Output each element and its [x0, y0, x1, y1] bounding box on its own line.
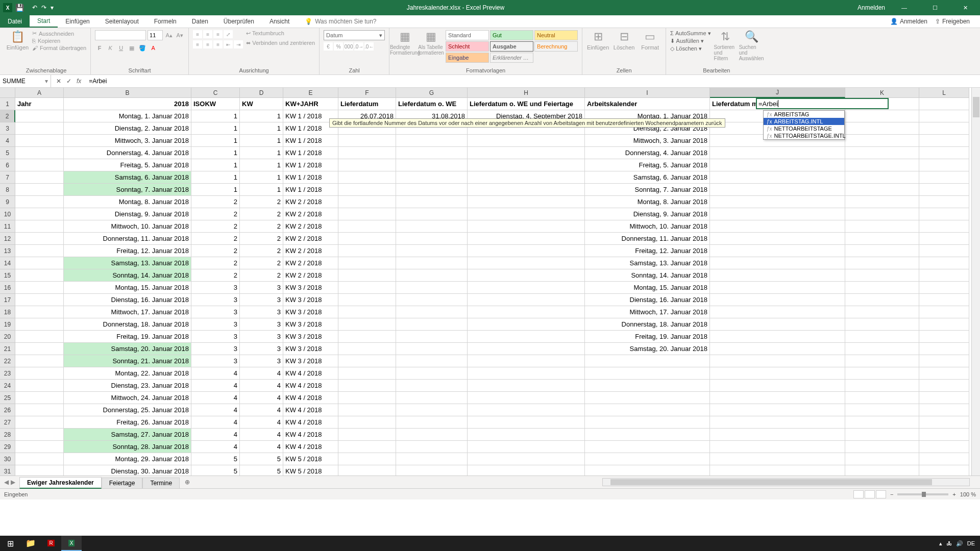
tray-lang[interactable]: DE — [967, 540, 975, 546]
cell[interactable]: 3 — [240, 294, 283, 306]
cell[interactable] — [585, 355, 710, 367]
cell[interactable] — [338, 171, 396, 184]
row-header-13[interactable]: 13 — [0, 245, 15, 257]
tab-view[interactable]: Ansicht — [262, 15, 297, 28]
row-header-22[interactable]: 22 — [0, 355, 15, 367]
font-name-select[interactable] — [95, 30, 146, 40]
format-cells-button[interactable]: ▭Format — [639, 30, 662, 51]
cell[interactable] — [919, 306, 969, 318]
cell[interactable] — [468, 392, 585, 404]
cell[interactable]: 1 — [191, 159, 240, 171]
align-right-button[interactable]: ≡ — [213, 40, 223, 48]
cell[interactable]: KW 4 / 2018 — [283, 380, 338, 392]
fill-button[interactable]: ⬇ Ausfüllen ▾ — [670, 38, 710, 44]
cell[interactable] — [919, 122, 969, 135]
copy-button[interactable]: ⎘Kopieren — [32, 38, 86, 44]
cell[interactable]: Montag, 1. Januar 2018 — [64, 110, 191, 122]
cell[interactable]: 3 — [191, 343, 240, 355]
cell[interactable] — [585, 429, 710, 441]
autocomplete-item[interactable]: ƒxARBEITSTAG — [764, 111, 844, 118]
cell[interactable]: 4 — [240, 441, 283, 453]
cell[interactable] — [338, 318, 396, 331]
format-painter-button[interactable]: 🖌Format übertragen — [32, 45, 86, 51]
share-button[interactable]: ⇪Freigeben — [935, 18, 970, 25]
style-eingabe[interactable]: Eingabe — [446, 53, 489, 63]
tab-file[interactable]: Datei — [0, 15, 30, 28]
horizontal-scrollbar[interactable] — [602, 478, 970, 486]
cell[interactable]: Sonntag, 28. Januar 2018 — [64, 441, 191, 453]
cell[interactable] — [468, 135, 585, 147]
cell[interactable]: Donnerstag, 4. Januar 2018 — [64, 147, 191, 159]
row-header-18[interactable]: 18 — [0, 306, 15, 318]
insert-cells-button[interactable]: ⊞Einfügen — [586, 30, 609, 51]
cell[interactable]: Montag, 15. Januar 2018 — [64, 282, 191, 294]
cell[interactable]: 2 — [240, 269, 283, 282]
cell[interactable] — [338, 269, 396, 282]
zoom-out-button[interactable]: − — [890, 491, 893, 497]
cell[interactable] — [396, 306, 468, 318]
zoom-level[interactable]: 100 % — [960, 491, 976, 497]
tray-network-icon[interactable]: 🖧 — [946, 540, 952, 546]
cell[interactable] — [396, 429, 468, 441]
row-header-4[interactable]: 4 — [0, 135, 15, 147]
cell[interactable]: Donnerstag, 11. Januar 2018 — [585, 233, 710, 245]
cell[interactable]: KW 2 / 2018 — [283, 245, 338, 257]
cell[interactable] — [396, 416, 468, 429]
cell[interactable]: Freitag, 19. Januar 2018 — [64, 331, 191, 343]
align-bottom-button[interactable]: ≡ — [213, 30, 223, 38]
cell[interactable] — [845, 429, 919, 441]
cell[interactable] — [710, 392, 845, 404]
cell[interactable] — [710, 404, 845, 416]
cell[interactable] — [15, 159, 64, 171]
cell[interactable] — [338, 257, 396, 269]
zoom-in-button[interactable]: + — [952, 491, 955, 497]
row-header-19[interactable]: 19 — [0, 318, 15, 331]
cell[interactable] — [845, 367, 919, 380]
cell[interactable] — [468, 367, 585, 380]
cell[interactable]: Donnerstag, 11. Januar 2018 — [64, 233, 191, 245]
cell[interactable] — [919, 465, 969, 475]
cell[interactable]: KW 1 / 2018 — [283, 159, 338, 171]
cell[interactable] — [15, 318, 64, 331]
row-header-1[interactable]: 1 — [0, 98, 15, 110]
merge-center-button[interactable]: ⬌ Verbinden und zentrieren — [246, 40, 315, 46]
decrease-decimal-button[interactable]: .0← — [364, 42, 374, 51]
row-header-9[interactable]: 9 — [0, 196, 15, 208]
cell[interactable]: Montag, 22. Januar 2018 — [64, 367, 191, 380]
cell[interactable] — [585, 380, 710, 392]
align-left-button[interactable]: ≡ — [193, 40, 202, 48]
cell[interactable] — [468, 220, 585, 233]
close-button[interactable]: ✕ — [954, 0, 977, 15]
cell[interactable] — [15, 184, 64, 196]
cell[interactable]: Samstag, 20. Januar 2018 — [585, 343, 710, 355]
undo-button[interactable]: ↶ — [32, 4, 37, 11]
cell[interactable] — [845, 380, 919, 392]
cell[interactable]: KW 5 / 2018 — [283, 453, 338, 465]
cell[interactable] — [468, 208, 585, 220]
cell[interactable] — [15, 196, 64, 208]
cell[interactable]: 1 — [191, 184, 240, 196]
wrap-text-button[interactable]: ↩ Textumbruch — [246, 30, 315, 37]
cell[interactable]: 3 — [191, 306, 240, 318]
cell[interactable]: KW 2 / 2018 — [283, 257, 338, 269]
cell[interactable] — [468, 245, 585, 257]
cell[interactable] — [710, 184, 845, 196]
col-header-H[interactable]: H — [468, 88, 585, 98]
cell[interactable] — [710, 147, 845, 159]
cell[interactable] — [15, 343, 64, 355]
cell[interactable] — [919, 196, 969, 208]
cell[interactable]: KW 2 / 2018 — [283, 269, 338, 282]
tab-insert[interactable]: Einfügen — [58, 15, 97, 28]
cell[interactable]: KW 4 / 2018 — [283, 367, 338, 380]
cell[interactable] — [338, 196, 396, 208]
cell[interactable]: 5 — [191, 465, 240, 475]
cell[interactable]: 1 — [191, 122, 240, 135]
cell[interactable] — [585, 441, 710, 453]
cell[interactable] — [468, 282, 585, 294]
cell[interactable]: Montag, 8. Januar 2018 — [585, 196, 710, 208]
taskbar-reader[interactable]: R — [41, 536, 61, 551]
row-header-10[interactable]: 10 — [0, 208, 15, 220]
delete-cells-button[interactable]: ⊟Löschen — [612, 30, 635, 51]
border-button[interactable]: ▦ — [127, 43, 136, 53]
cell[interactable] — [338, 220, 396, 233]
